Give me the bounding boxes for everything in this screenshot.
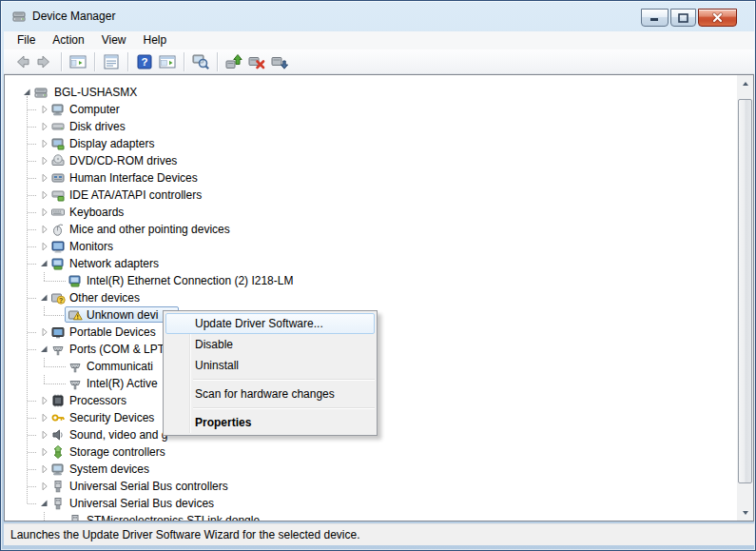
tree-connector <box>28 246 36 247</box>
tree-connector <box>28 195 36 196</box>
serial-port-icon <box>68 376 83 391</box>
tree-item-label: Communicati <box>87 358 153 375</box>
serial-port-icon <box>68 359 83 374</box>
menu-item-label: Update Driver Software... <box>195 317 323 330</box>
svg-text:?: ? <box>59 297 63 304</box>
tree-item-intel-r-ethernet-connection-2-i218-lm[interactable]: Intel(R) Ethernet Connection (2) I218-LM <box>5 272 719 289</box>
minimize-button[interactable] <box>641 9 669 27</box>
menu-help[interactable]: Help <box>135 32 176 49</box>
workstation-icon <box>33 85 48 100</box>
tree-item-other-devices[interactable]: ?Other devices <box>5 289 719 306</box>
properties-icon <box>102 52 121 71</box>
menu-item-update-driver-software[interactable]: Update Driver Software... <box>165 313 375 334</box>
vertical-scrollbar[interactable] <box>737 75 753 521</box>
scan-hardware-changes-button[interactable] <box>189 51 212 72</box>
tree-item-label: Storage controllers <box>69 443 165 461</box>
tree-item-system-devices[interactable]: System devices <box>5 461 719 478</box>
triangle-up-icon <box>743 82 748 86</box>
maximize-button[interactable] <box>670 9 696 27</box>
tree-item-stmicroelectronics-stlink-dongle[interactable]: STMicroelectronics STLink dongle <box>5 512 719 521</box>
tree-connector <box>44 375 45 384</box>
tree-item-label: Mice and other pointing devices <box>69 221 230 238</box>
tree-item-label: Keyboards <box>69 204 124 221</box>
tree-item-label: BGL-USHASMX <box>54 84 137 101</box>
tree-item-ide-ata-atapi-controllers[interactable]: IDE ATA/ATAPI controllers <box>5 187 719 204</box>
menu-item-scan-for-hardware-changes[interactable]: Scan for hardware changes <box>165 384 375 404</box>
menu-item-properties[interactable]: Properties <box>165 412 375 433</box>
tree-item-computer[interactable]: Computer <box>5 101 719 118</box>
tree-item-mice-and-other-pointing-devices[interactable]: Mice and other pointing devices <box>5 221 719 238</box>
tree-connector <box>28 469 36 470</box>
disable-device-icon <box>270 52 289 71</box>
tree-item-universal-serial-bus-devices[interactable]: Universal Serial Bus devices <box>5 495 719 512</box>
scrollbar-thumb[interactable] <box>738 99 752 483</box>
tree-item-human-interface-devices[interactable]: Human Interface Devices <box>5 169 719 187</box>
menu-item-uninstall[interactable]: Uninstall <box>165 355 375 376</box>
tree-connector <box>28 486 36 487</box>
tree-item-monitors[interactable]: Monitors <box>5 238 719 255</box>
tree-item-storage-controllers[interactable]: Storage controllers <box>5 443 719 461</box>
back-button[interactable] <box>10 51 33 72</box>
menu-item-label: Uninstall <box>195 359 239 372</box>
tree-item-disk-drives[interactable]: Disk drives <box>5 118 719 135</box>
action-pane-button[interactable] <box>156 51 179 72</box>
tree-item-label: Security Devices <box>69 409 154 426</box>
tree-connector <box>28 401 36 402</box>
menu-item-disable[interactable]: Disable <box>165 334 375 355</box>
tree-connector <box>28 435 36 436</box>
tree-item-label: Monitors <box>69 238 113 255</box>
forward-button[interactable] <box>33 51 56 72</box>
keyboard-icon <box>50 205 66 220</box>
tree-connector <box>28 349 36 350</box>
menu-item-label: Disable <box>195 338 233 351</box>
tree-item-label: Sound, video and g <box>69 426 167 443</box>
tree-item-network-adapters[interactable]: Network adapters <box>5 255 719 272</box>
context-menu: Update Driver Software...DisableUninstal… <box>163 310 378 436</box>
update-driver-button[interactable] <box>223 51 245 72</box>
help-button[interactable]: ? <box>133 51 156 72</box>
tree-connector <box>28 264 36 265</box>
usb-icon <box>50 479 66 494</box>
device-manager-window: Device Manager File Action View Help ? S… <box>0 0 756 551</box>
tree-connector <box>28 178 36 179</box>
tree-connector <box>44 358 45 366</box>
toolbar-separator <box>127 52 128 71</box>
tree-connector <box>28 332 36 333</box>
properties-button[interactable] <box>100 51 123 72</box>
tree-connector <box>28 503 36 504</box>
network-adapter-icon <box>68 273 83 288</box>
tree-item-label: Intel(R) Active <box>87 375 158 392</box>
tree-item-label: Human Interface Devices <box>69 169 198 187</box>
show-console-tree-button[interactable] <box>67 51 89 72</box>
disable-device-button[interactable] <box>268 51 291 72</box>
tree-item-universal-serial-bus-controllers[interactable]: Universal Serial Bus controllers <box>5 478 719 495</box>
system-device-icon <box>50 462 66 477</box>
tree-item-label: Display adapters <box>69 135 154 152</box>
toolbar-separator <box>217 52 218 71</box>
scroll-down-button[interactable] <box>737 504 753 521</box>
scroll-up-button[interactable] <box>737 75 753 91</box>
tree-item-label: Universal Serial Bus devices <box>69 495 214 512</box>
tree-item-display-adapters[interactable]: Display adapters <box>5 135 719 152</box>
tree-guide-line <box>27 96 28 503</box>
tree-connector <box>28 144 36 145</box>
tree-item-label: Unknown devi <box>87 306 158 324</box>
window-title: Device Manager <box>32 10 115 23</box>
menu-view[interactable]: View <box>93 32 135 49</box>
show-console-tree-icon <box>68 52 87 71</box>
tree-item-dvd-cd-rom-drives[interactable]: DVD/CD-ROM drives <box>5 152 719 169</box>
close-button[interactable] <box>698 9 737 27</box>
title-bar[interactable]: Device Manager <box>1 1 755 31</box>
tree-connector <box>28 212 36 213</box>
tree-item-bgl-ushasmx[interactable]: BGL-USHASMX <box>5 84 719 101</box>
usb-device-icon <box>68 513 83 521</box>
tree-item-label: Portable Devices <box>69 324 156 341</box>
uninstall-device-button[interactable] <box>245 51 268 72</box>
computer-icon <box>50 102 66 117</box>
tree-connector <box>28 229 36 230</box>
menu-separator <box>193 379 375 380</box>
menu-file[interactable]: File <box>9 32 44 49</box>
tree-item-keyboards[interactable]: Keyboards <box>5 204 719 221</box>
menu-action[interactable]: Action <box>44 32 92 49</box>
tree-item-label: Intel(R) Ethernet Connection (2) I218-LM <box>87 272 293 289</box>
